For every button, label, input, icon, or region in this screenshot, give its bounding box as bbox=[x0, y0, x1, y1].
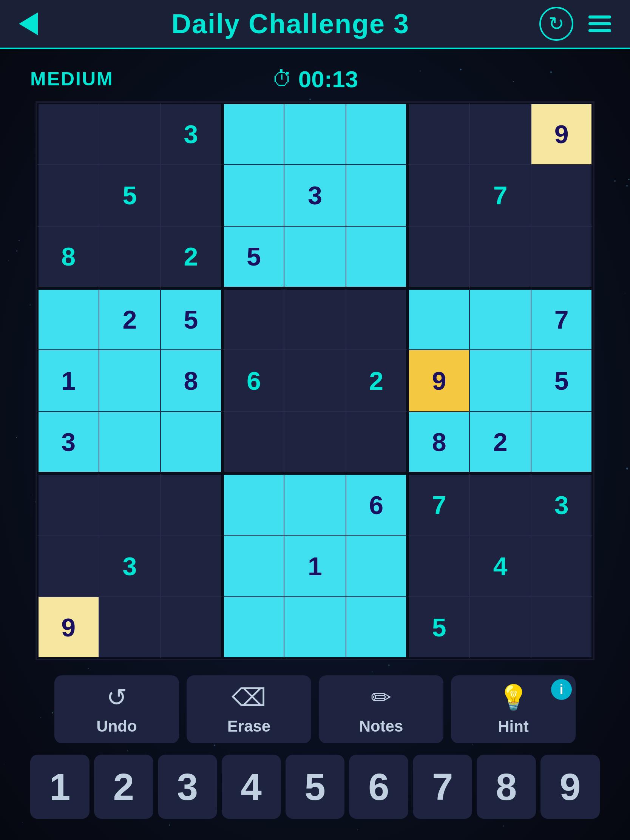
sudoku-cell[interactable] bbox=[284, 597, 346, 659]
sudoku-cell[interactable] bbox=[346, 535, 408, 597]
sudoku-cell[interactable] bbox=[223, 597, 284, 659]
sudoku-cell[interactable] bbox=[346, 165, 408, 227]
sudoku-cell[interactable] bbox=[99, 597, 161, 659]
sudoku-cell[interactable]: 2 bbox=[469, 412, 531, 474]
sudoku-cell[interactable] bbox=[37, 103, 99, 165]
sudoku-cell[interactable] bbox=[407, 103, 469, 165]
sudoku-cell[interactable]: 5 bbox=[531, 350, 593, 412]
sudoku-cell[interactable] bbox=[346, 288, 408, 350]
sudoku-cell[interactable] bbox=[99, 226, 161, 288]
sudoku-cell[interactable] bbox=[407, 165, 469, 227]
sudoku-cell[interactable] bbox=[223, 288, 284, 350]
refresh-button[interactable]: ↻ bbox=[539, 7, 573, 41]
sudoku-cell[interactable]: 8 bbox=[407, 412, 469, 474]
numpad-button-5[interactable]: 5 bbox=[286, 755, 345, 819]
sudoku-cell[interactable] bbox=[161, 473, 223, 535]
hint-button[interactable]: i 💡 Hint bbox=[451, 675, 576, 743]
sudoku-cell[interactable]: 7 bbox=[469, 165, 531, 227]
sudoku-cell[interactable]: 3 bbox=[37, 412, 99, 474]
numpad-button-6[interactable]: 6 bbox=[349, 755, 408, 819]
sudoku-cell[interactable] bbox=[469, 350, 531, 412]
sudoku-cell[interactable] bbox=[161, 535, 223, 597]
sudoku-cell[interactable] bbox=[223, 535, 284, 597]
sudoku-cell[interactable] bbox=[284, 473, 346, 535]
sudoku-cell[interactable] bbox=[407, 288, 469, 350]
sudoku-cell[interactable] bbox=[531, 597, 593, 659]
sudoku-cell[interactable]: 2 bbox=[346, 350, 408, 412]
undo-button[interactable]: ↺ Undo bbox=[54, 675, 179, 743]
sudoku-cell[interactable] bbox=[346, 412, 408, 474]
sudoku-cell[interactable]: 5 bbox=[161, 288, 223, 350]
sudoku-cell[interactable] bbox=[223, 165, 284, 227]
sudoku-cell[interactable] bbox=[346, 103, 408, 165]
sudoku-cell[interactable]: 6 bbox=[346, 473, 408, 535]
sudoku-cell[interactable] bbox=[223, 103, 284, 165]
sudoku-cell[interactable] bbox=[161, 597, 223, 659]
sudoku-cell[interactable] bbox=[284, 103, 346, 165]
sudoku-cell[interactable] bbox=[161, 412, 223, 474]
sudoku-cell[interactable]: 2 bbox=[161, 226, 223, 288]
sudoku-cell[interactable] bbox=[531, 535, 593, 597]
sudoku-cell[interactable] bbox=[284, 412, 346, 474]
sudoku-grid: 3953782525718629538267331495 bbox=[35, 101, 595, 660]
sudoku-cell[interactable]: 9 bbox=[531, 103, 593, 165]
sudoku-cell[interactable] bbox=[99, 473, 161, 535]
sudoku-cell[interactable]: 9 bbox=[37, 597, 99, 659]
sudoku-cell[interactable] bbox=[469, 226, 531, 288]
numpad-button-9[interactable]: 9 bbox=[540, 755, 600, 819]
sudoku-cell[interactable] bbox=[99, 350, 161, 412]
sudoku-cell[interactable]: 7 bbox=[531, 288, 593, 350]
sudoku-cell[interactable] bbox=[161, 165, 223, 227]
sudoku-cell[interactable] bbox=[407, 226, 469, 288]
sudoku-cell[interactable] bbox=[346, 226, 408, 288]
sudoku-cell[interactable]: 2 bbox=[99, 288, 161, 350]
sudoku-cell[interactable]: 4 bbox=[469, 535, 531, 597]
sudoku-cell[interactable]: 3 bbox=[284, 165, 346, 227]
sudoku-cell[interactable] bbox=[223, 473, 284, 535]
sudoku-cell[interactable]: 5 bbox=[223, 226, 284, 288]
sudoku-cell[interactable]: 8 bbox=[37, 226, 99, 288]
sudoku-cell[interactable] bbox=[99, 412, 161, 474]
sudoku-cell[interactable]: 3 bbox=[531, 473, 593, 535]
number-pad: 123456789 bbox=[30, 755, 600, 819]
notes-button[interactable]: ✏ Notes bbox=[319, 675, 444, 743]
sudoku-cell[interactable] bbox=[37, 473, 99, 535]
sudoku-cell[interactable]: 6 bbox=[223, 350, 284, 412]
sudoku-cell[interactable] bbox=[407, 535, 469, 597]
sudoku-cell[interactable] bbox=[346, 597, 408, 659]
sudoku-cell[interactable] bbox=[469, 597, 531, 659]
sudoku-cell[interactable] bbox=[531, 412, 593, 474]
sudoku-cell[interactable]: 3 bbox=[161, 103, 223, 165]
sudoku-cell[interactable]: 1 bbox=[37, 350, 99, 412]
sudoku-cell[interactable] bbox=[284, 226, 346, 288]
numpad-button-1[interactable]: 1 bbox=[30, 755, 90, 819]
sudoku-cell[interactable] bbox=[37, 165, 99, 227]
sudoku-cell[interactable] bbox=[469, 103, 531, 165]
sudoku-cell[interactable] bbox=[223, 412, 284, 474]
sudoku-cell[interactable] bbox=[99, 103, 161, 165]
sudoku-cell[interactable]: 5 bbox=[407, 597, 469, 659]
sudoku-cell[interactable] bbox=[469, 473, 531, 535]
sudoku-cell[interactable] bbox=[469, 288, 531, 350]
sudoku-cell[interactable]: 7 bbox=[407, 473, 469, 535]
numpad-button-2[interactable]: 2 bbox=[94, 755, 153, 819]
sudoku-cell[interactable]: 9 bbox=[407, 350, 469, 412]
sudoku-cell[interactable] bbox=[284, 350, 346, 412]
sudoku-cell[interactable]: 1 bbox=[284, 535, 346, 597]
back-button[interactable] bbox=[15, 11, 41, 37]
sudoku-cell[interactable]: 8 bbox=[161, 350, 223, 412]
numpad-button-3[interactable]: 3 bbox=[158, 755, 217, 819]
numpad-button-4[interactable]: 4 bbox=[222, 755, 281, 819]
numpad-button-8[interactable]: 8 bbox=[477, 755, 536, 819]
sudoku-cell[interactable] bbox=[284, 288, 346, 350]
sudoku-cell[interactable] bbox=[531, 226, 593, 288]
sudoku-cell[interactable] bbox=[37, 288, 99, 350]
sudoku-cell[interactable] bbox=[37, 535, 99, 597]
menu-icon bbox=[589, 22, 611, 25]
erase-button[interactable]: ⌫ Erase bbox=[186, 675, 311, 743]
menu-button[interactable] bbox=[585, 12, 615, 36]
sudoku-cell[interactable] bbox=[531, 165, 593, 227]
numpad-button-7[interactable]: 7 bbox=[413, 755, 472, 819]
sudoku-cell[interactable]: 3 bbox=[99, 535, 161, 597]
sudoku-cell[interactable]: 5 bbox=[99, 165, 161, 227]
